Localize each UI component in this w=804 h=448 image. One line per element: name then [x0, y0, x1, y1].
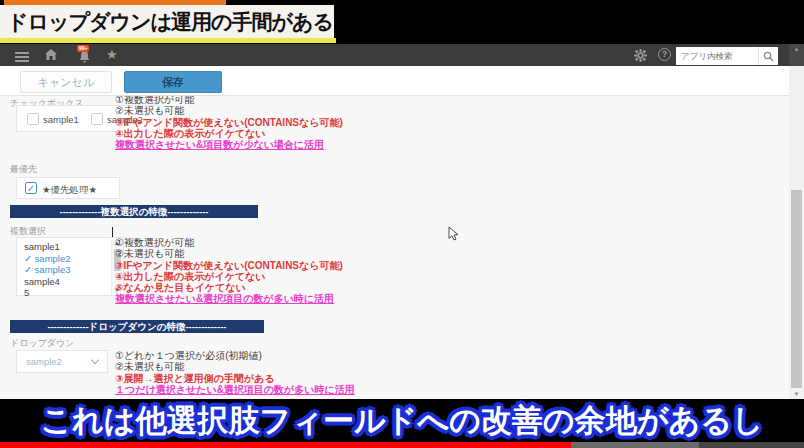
page-scrollbar-thumb[interactable]	[791, 190, 802, 388]
note-line: ②未選択も可能	[115, 105, 343, 116]
note-line: ④出力した際の表示がイケてない	[115, 128, 343, 139]
note-line: ②未選択も可能	[115, 361, 355, 372]
priority-option-label: ★優先処理★	[42, 184, 97, 197]
multiselect-section-banner: -------------複数選択の特徴-------------	[10, 205, 258, 218]
scrollbar-top-button[interactable]: ▲	[789, 44, 804, 66]
note-line: ②未選択も可能	[115, 248, 343, 259]
note-line: ①どれか１つ選択が必須(初期値)	[115, 350, 355, 361]
gear-icon[interactable]	[634, 49, 647, 62]
dropdown-section-banner: -------------ドロップダウンの特徴-------------	[10, 320, 264, 333]
list-item[interactable]: sample1	[17, 241, 123, 253]
star-icon[interactable]: ★	[106, 47, 118, 62]
list-item[interactable]: 5	[17, 287, 123, 299]
list-item-selected[interactable]: ✓ sample3	[17, 264, 123, 276]
title-banner-yellow-bar	[0, 38, 336, 43]
priority-checkbox-checked[interactable]: ✓	[25, 182, 37, 194]
note-line: １つだけ選択させたい&選択項目の数が多い時に活用	[115, 384, 355, 395]
video-caption-text: これは他選択肢フィールドへの改善の余地があるし	[40, 400, 763, 442]
note-line: ⑤なんか見た目もイケてない	[115, 282, 343, 293]
text-caret	[112, 227, 113, 237]
dropdown-selected-value: sample2	[17, 356, 92, 367]
dropdown-field-label: ドロップダウン	[10, 337, 74, 350]
priority-field-box: ✓ ★優先処理★	[16, 177, 120, 199]
video-title-banner: ドロップダウンは運用の手間がある	[0, 5, 334, 38]
list-item[interactable]: sample4	[17, 276, 123, 288]
note-line: ③展開→選択と運用側の手間がある	[115, 373, 355, 384]
checkbox-option-sample1[interactable]	[27, 113, 39, 125]
search-input[interactable]	[676, 50, 758, 62]
mouse-cursor-icon	[448, 226, 460, 242]
list-item-selected[interactable]: ✓ sample2	[17, 253, 123, 265]
settings-toolbar: キャンセル 保存	[0, 66, 789, 96]
video-progress-bar[interactable]	[0, 442, 804, 448]
home-icon[interactable]	[44, 48, 58, 62]
video-frame: ドロップダウンは運用の手間がある 99+ ★ ? キャンセル 保存 チェックボッ…	[0, 0, 804, 448]
chevron-down-icon	[91, 356, 99, 364]
app-search-box	[676, 47, 778, 65]
help-icon[interactable]: ?	[658, 48, 671, 61]
dropdown-select[interactable]: sample2	[16, 350, 108, 373]
notification-badge: 99+	[77, 45, 89, 52]
save-button[interactable]: 保存	[124, 71, 222, 93]
checkbox-option-sample2[interactable]	[91, 113, 103, 125]
note-line: ③IFやアンド関数が使えない(CONTAINSなら可能)	[115, 260, 343, 271]
note-line: ③IFやアンド関数が使えない(CONTAINSなら可能)	[115, 117, 343, 128]
video-caption-band: これは他選択肢フィールドへの改善の余地があるし	[0, 399, 804, 442]
priority-field-label: 最優先	[10, 163, 37, 176]
note-line: 複数選択させたい&選択項目の数が多い時に活用	[115, 293, 343, 304]
checkbox-option-label: sample1	[43, 114, 79, 125]
note-line: ④出力した際の表示がイケてない	[115, 271, 343, 282]
multiselect-listbox[interactable]: sample1 ✓ sample2 ✓ sample3 sample4 5 ▲ …	[16, 237, 124, 296]
video-progress-played	[0, 442, 571, 448]
note-line: ①複数選択が可能	[115, 237, 343, 248]
hamburger-menu-icon[interactable]	[15, 50, 29, 64]
page-scrollbar[interactable]: ▼	[789, 66, 804, 400]
note-line: 複数選択させたい&項目数が少ない場合に活用	[115, 139, 343, 150]
search-button[interactable]	[758, 47, 778, 65]
search-icon	[763, 51, 774, 62]
cancel-button[interactable]: キャンセル	[20, 71, 112, 93]
